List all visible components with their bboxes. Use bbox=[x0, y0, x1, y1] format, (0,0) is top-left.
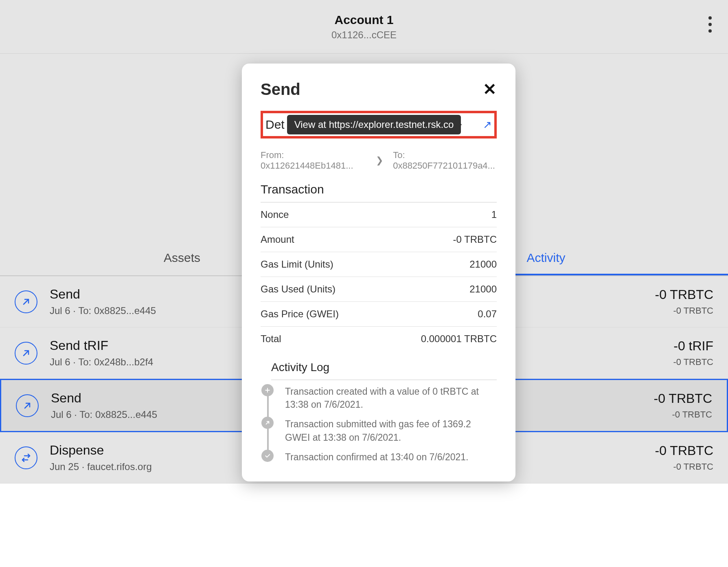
tx-row: Amount-0 TRBTC bbox=[261, 227, 497, 252]
tx-row-key: Amount bbox=[261, 234, 294, 245]
tx-row: Gas Limit (Units)21000 bbox=[261, 252, 497, 277]
activity-item-sub: Jun 25 · faucet.rifos.org bbox=[50, 461, 152, 472]
activity-item-amount-secondary: -0 TRBTC bbox=[654, 409, 712, 420]
send-arrow-icon bbox=[15, 290, 37, 313]
transaction-detail-modal: Send ✕ Det View at https://explorer.test… bbox=[242, 64, 515, 481]
tx-row-value: 1 bbox=[491, 209, 497, 220]
menu-kebab-icon[interactable] bbox=[708, 16, 712, 33]
log-entry: Transaction submitted with gas fee of 13… bbox=[285, 414, 497, 447]
tx-row-value: 0.000001 TRBTC bbox=[421, 333, 497, 345]
log-entry: Transaction confirmed at 13:40 on 7/6/20… bbox=[285, 447, 497, 467]
explorer-tooltip: View at https://explorer.testnet.rsk.co bbox=[287, 115, 461, 134]
svg-line-0 bbox=[24, 299, 29, 304]
close-button[interactable]: ✕ bbox=[483, 80, 497, 99]
activity-item-title: Send tRIF bbox=[50, 338, 153, 353]
chevron-right-icon: ❯ bbox=[376, 155, 383, 166]
tx-row-value: -0 TRBTC bbox=[453, 234, 497, 245]
send-arrow-icon bbox=[16, 394, 39, 417]
details-label: Det bbox=[265, 118, 285, 132]
transaction-section-title: Transaction bbox=[261, 182, 497, 202]
from-address[interactable]: From: 0x112621448Eb1481... bbox=[261, 150, 366, 171]
log-entry: Transaction created with a value of 0 tR… bbox=[285, 382, 497, 414]
tx-row-value: 21000 bbox=[469, 284, 497, 295]
tx-row-key: Nonce bbox=[261, 209, 289, 220]
log-dot-icon bbox=[261, 384, 274, 396]
tx-row-key: Gas Limit (Units) bbox=[261, 259, 333, 270]
activity-item-amount: -0 TRBTC bbox=[654, 391, 712, 406]
activity-item-sub: Jul 6 · To: 0x8825...e445 bbox=[51, 409, 157, 420]
tx-row: Gas Price (GWEI)0.07 bbox=[261, 302, 497, 327]
swap-icon bbox=[15, 446, 37, 469]
activity-item-amount-secondary: -0 TRBTC bbox=[655, 462, 713, 472]
modal-title: Send bbox=[261, 80, 300, 99]
activity-item-title: Send bbox=[50, 287, 156, 302]
svg-line-1 bbox=[24, 351, 29, 356]
tx-row: Gas Used (Units)21000 bbox=[261, 277, 497, 302]
external-link-icon[interactable]: ↗ bbox=[483, 119, 492, 131]
tx-row-key: Gas Price (GWEI) bbox=[261, 308, 339, 320]
activity-item-title: Send bbox=[51, 391, 157, 406]
tx-row-key: Total bbox=[261, 333, 281, 345]
account-address[interactable]: 0x1126...cCEE bbox=[331, 29, 397, 41]
account-name[interactable]: Account 1 bbox=[331, 13, 397, 27]
tx-row: Nonce1 bbox=[261, 202, 497, 227]
log-dot-icon bbox=[261, 417, 274, 429]
tx-row-value: 0.07 bbox=[478, 308, 497, 320]
activity-item-sub: Jul 6 · To: 0x8825...e445 bbox=[50, 305, 156, 316]
tx-row-key: Gas Used (Units) bbox=[261, 284, 335, 295]
activity-log-title: Activity Log bbox=[271, 361, 497, 380]
log-dot-icon bbox=[261, 450, 274, 462]
activity-item-amount: -0 TRBTC bbox=[655, 443, 713, 458]
activity-item-sub: Jul 6 · To: 0x248b...b2f4 bbox=[50, 356, 153, 368]
send-arrow-icon bbox=[15, 342, 37, 365]
activity-item-amount: -0 tRIF bbox=[673, 338, 713, 354]
explorer-link-highlight: Det View at https://explorer.testnet.rsk… bbox=[261, 111, 497, 138]
tx-row-value: 21000 bbox=[469, 259, 497, 270]
activity-item-title: Dispense bbox=[50, 443, 152, 458]
app-header: Account 1 0x1126...cCEE bbox=[0, 0, 728, 54]
tx-row: Total0.000001 TRBTC bbox=[261, 327, 497, 351]
svg-line-2 bbox=[25, 403, 30, 408]
activity-item-amount-secondary: -0 TRBTC bbox=[673, 357, 713, 367]
activity-item-amount-secondary: -0 TRBTC bbox=[655, 305, 713, 316]
to-address[interactable]: To: 0x88250F772101179a4... bbox=[393, 150, 497, 171]
activity-item-amount: -0 TRBTC bbox=[655, 287, 713, 302]
